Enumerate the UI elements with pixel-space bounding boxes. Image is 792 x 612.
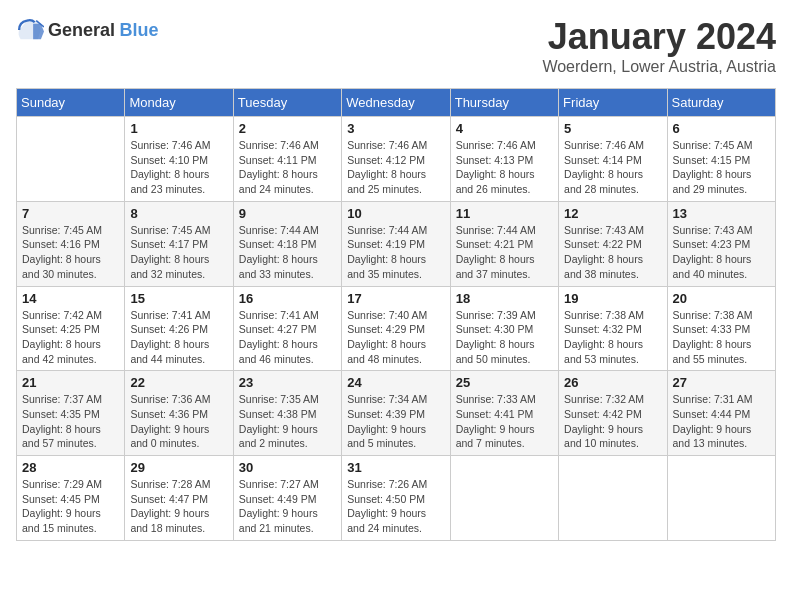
table-row: 4Sunrise: 7:46 AMSunset: 4:13 PMDaylight… [450, 117, 558, 202]
table-row: 30Sunrise: 7:27 AMSunset: 4:49 PMDayligh… [233, 456, 341, 541]
table-row: 10Sunrise: 7:44 AMSunset: 4:19 PMDayligh… [342, 201, 450, 286]
table-row: 21Sunrise: 7:37 AMSunset: 4:35 PMDayligh… [17, 371, 125, 456]
table-row: 24Sunrise: 7:34 AMSunset: 4:39 PMDayligh… [342, 371, 450, 456]
table-row: 2Sunrise: 7:46 AMSunset: 4:11 PMDaylight… [233, 117, 341, 202]
day-info: Sunrise: 7:37 AMSunset: 4:35 PMDaylight:… [22, 392, 119, 451]
day-number: 20 [673, 291, 770, 306]
day-number: 19 [564, 291, 661, 306]
table-row: 22Sunrise: 7:36 AMSunset: 4:36 PMDayligh… [125, 371, 233, 456]
table-row [17, 117, 125, 202]
day-number: 27 [673, 375, 770, 390]
day-number: 22 [130, 375, 227, 390]
page-header: General Blue January 2024 Woerdern, Lowe… [16, 16, 776, 76]
table-row: 18Sunrise: 7:39 AMSunset: 4:30 PMDayligh… [450, 286, 558, 371]
day-info: Sunrise: 7:45 AMSunset: 4:15 PMDaylight:… [673, 138, 770, 197]
table-row: 12Sunrise: 7:43 AMSunset: 4:22 PMDayligh… [559, 201, 667, 286]
table-row [559, 456, 667, 541]
table-row: 15Sunrise: 7:41 AMSunset: 4:26 PMDayligh… [125, 286, 233, 371]
logo-text: General Blue [48, 20, 159, 41]
day-info: Sunrise: 7:43 AMSunset: 4:22 PMDaylight:… [564, 223, 661, 282]
logo-general: General [48, 20, 115, 40]
table-row: 20Sunrise: 7:38 AMSunset: 4:33 PMDayligh… [667, 286, 775, 371]
day-number: 30 [239, 460, 336, 475]
day-info: Sunrise: 7:33 AMSunset: 4:41 PMDaylight:… [456, 392, 553, 451]
day-info: Sunrise: 7:26 AMSunset: 4:50 PMDaylight:… [347, 477, 444, 536]
day-info: Sunrise: 7:27 AMSunset: 4:49 PMDaylight:… [239, 477, 336, 536]
header-sunday: Sunday [17, 89, 125, 117]
day-number: 26 [564, 375, 661, 390]
table-row: 17Sunrise: 7:40 AMSunset: 4:29 PMDayligh… [342, 286, 450, 371]
table-row: 26Sunrise: 7:32 AMSunset: 4:42 PMDayligh… [559, 371, 667, 456]
table-row: 3Sunrise: 7:46 AMSunset: 4:12 PMDaylight… [342, 117, 450, 202]
location-subtitle: Woerdern, Lower Austria, Austria [542, 58, 776, 76]
calendar-week-row: 7Sunrise: 7:45 AMSunset: 4:16 PMDaylight… [17, 201, 776, 286]
day-number: 9 [239, 206, 336, 221]
table-row: 14Sunrise: 7:42 AMSunset: 4:25 PMDayligh… [17, 286, 125, 371]
day-number: 6 [673, 121, 770, 136]
day-info: Sunrise: 7:34 AMSunset: 4:39 PMDaylight:… [347, 392, 444, 451]
day-info: Sunrise: 7:38 AMSunset: 4:33 PMDaylight:… [673, 308, 770, 367]
day-info: Sunrise: 7:43 AMSunset: 4:23 PMDaylight:… [673, 223, 770, 282]
day-info: Sunrise: 7:32 AMSunset: 4:42 PMDaylight:… [564, 392, 661, 451]
day-number: 8 [130, 206, 227, 221]
logo-icon [16, 16, 44, 44]
calendar-table: Sunday Monday Tuesday Wednesday Thursday… [16, 88, 776, 541]
header-monday: Monday [125, 89, 233, 117]
day-number: 17 [347, 291, 444, 306]
day-number: 25 [456, 375, 553, 390]
day-number: 10 [347, 206, 444, 221]
day-number: 2 [239, 121, 336, 136]
table-row: 8Sunrise: 7:45 AMSunset: 4:17 PMDaylight… [125, 201, 233, 286]
day-info: Sunrise: 7:40 AMSunset: 4:29 PMDaylight:… [347, 308, 444, 367]
day-info: Sunrise: 7:36 AMSunset: 4:36 PMDaylight:… [130, 392, 227, 451]
day-number: 5 [564, 121, 661, 136]
calendar-week-row: 14Sunrise: 7:42 AMSunset: 4:25 PMDayligh… [17, 286, 776, 371]
logo: General Blue [16, 16, 159, 44]
table-row: 7Sunrise: 7:45 AMSunset: 4:16 PMDaylight… [17, 201, 125, 286]
table-row: 28Sunrise: 7:29 AMSunset: 4:45 PMDayligh… [17, 456, 125, 541]
title-area: January 2024 Woerdern, Lower Austria, Au… [542, 16, 776, 76]
header-saturday: Saturday [667, 89, 775, 117]
day-number: 24 [347, 375, 444, 390]
logo-blue: Blue [120, 20, 159, 40]
calendar-week-row: 1Sunrise: 7:46 AMSunset: 4:10 PMDaylight… [17, 117, 776, 202]
table-row [667, 456, 775, 541]
day-number: 4 [456, 121, 553, 136]
day-number: 11 [456, 206, 553, 221]
month-title: January 2024 [542, 16, 776, 58]
day-info: Sunrise: 7:45 AMSunset: 4:16 PMDaylight:… [22, 223, 119, 282]
day-info: Sunrise: 7:44 AMSunset: 4:21 PMDaylight:… [456, 223, 553, 282]
table-row: 16Sunrise: 7:41 AMSunset: 4:27 PMDayligh… [233, 286, 341, 371]
day-number: 12 [564, 206, 661, 221]
day-number: 23 [239, 375, 336, 390]
day-info: Sunrise: 7:28 AMSunset: 4:47 PMDaylight:… [130, 477, 227, 536]
table-row: 29Sunrise: 7:28 AMSunset: 4:47 PMDayligh… [125, 456, 233, 541]
table-row: 25Sunrise: 7:33 AMSunset: 4:41 PMDayligh… [450, 371, 558, 456]
day-info: Sunrise: 7:41 AMSunset: 4:27 PMDaylight:… [239, 308, 336, 367]
header-wednesday: Wednesday [342, 89, 450, 117]
day-info: Sunrise: 7:46 AMSunset: 4:14 PMDaylight:… [564, 138, 661, 197]
table-row: 9Sunrise: 7:44 AMSunset: 4:18 PMDaylight… [233, 201, 341, 286]
table-row [450, 456, 558, 541]
day-info: Sunrise: 7:45 AMSunset: 4:17 PMDaylight:… [130, 223, 227, 282]
day-info: Sunrise: 7:44 AMSunset: 4:18 PMDaylight:… [239, 223, 336, 282]
day-info: Sunrise: 7:35 AMSunset: 4:38 PMDaylight:… [239, 392, 336, 451]
table-row: 23Sunrise: 7:35 AMSunset: 4:38 PMDayligh… [233, 371, 341, 456]
day-info: Sunrise: 7:46 AMSunset: 4:12 PMDaylight:… [347, 138, 444, 197]
table-row: 19Sunrise: 7:38 AMSunset: 4:32 PMDayligh… [559, 286, 667, 371]
day-number: 14 [22, 291, 119, 306]
table-row: 1Sunrise: 7:46 AMSunset: 4:10 PMDaylight… [125, 117, 233, 202]
header-thursday: Thursday [450, 89, 558, 117]
day-number: 7 [22, 206, 119, 221]
day-number: 15 [130, 291, 227, 306]
day-number: 16 [239, 291, 336, 306]
table-row: 6Sunrise: 7:45 AMSunset: 4:15 PMDaylight… [667, 117, 775, 202]
table-row: 5Sunrise: 7:46 AMSunset: 4:14 PMDaylight… [559, 117, 667, 202]
day-info: Sunrise: 7:46 AMSunset: 4:10 PMDaylight:… [130, 138, 227, 197]
day-number: 18 [456, 291, 553, 306]
day-number: 21 [22, 375, 119, 390]
day-info: Sunrise: 7:44 AMSunset: 4:19 PMDaylight:… [347, 223, 444, 282]
header-friday: Friday [559, 89, 667, 117]
day-number: 1 [130, 121, 227, 136]
day-info: Sunrise: 7:39 AMSunset: 4:30 PMDaylight:… [456, 308, 553, 367]
